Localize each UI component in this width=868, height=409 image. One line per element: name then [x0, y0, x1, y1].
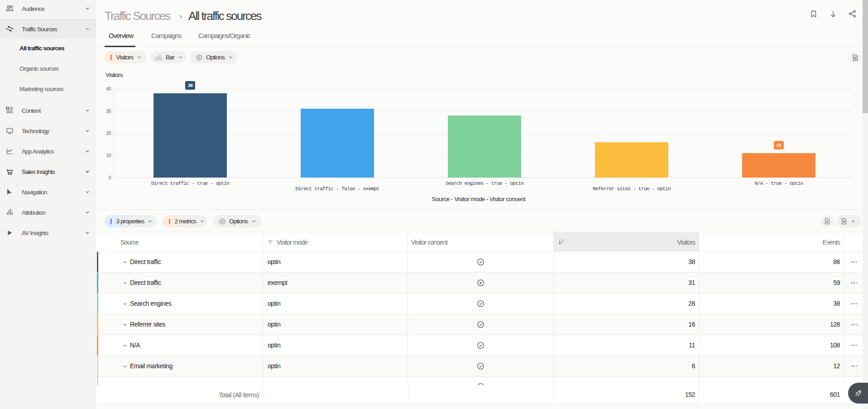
svg-text:Source - Visitor mode - Visito: Source - Visitor mode - Visitor consent — [432, 196, 526, 202]
svg-text:Referrer sites - true - optin: Referrer sites - true - optin — [593, 187, 671, 192]
svg-text:10: 10 — [106, 153, 111, 158]
svg-text:38: 38 — [188, 83, 193, 88]
svg-text:11: 11 — [777, 143, 782, 148]
svg-text:Search engines - true - optin: Search engines - true - optin — [446, 181, 524, 186]
svg-text:0: 0 — [109, 175, 111, 180]
svg-text:20: 20 — [106, 131, 111, 136]
svg-text:N/A - true - optin: N/A - true - optin — [755, 181, 804, 186]
svg-text:40: 40 — [106, 87, 111, 91]
svg-text:Direct traffic - false - exemp: Direct traffic - false - exempt — [296, 187, 379, 192]
svg-text:Direct traffic - true - optin: Direct traffic - true - optin — [151, 181, 230, 186]
svg-text:30: 30 — [106, 109, 111, 114]
